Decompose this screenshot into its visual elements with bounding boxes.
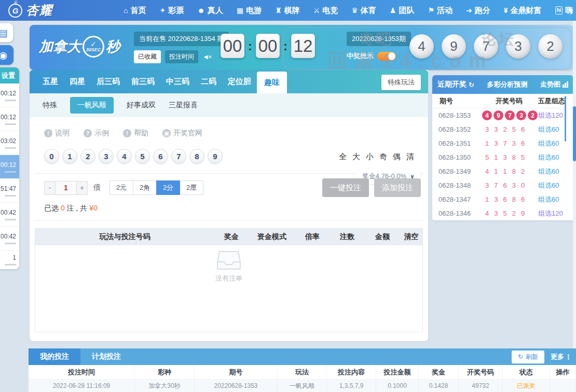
sub-tab-2[interactable]: 一帆风顺 (70, 97, 114, 114)
sub-tab-4[interactable]: 三星报喜 (169, 101, 198, 110)
sidebar-lottery-item[interactable]: 51:47 (0, 179, 19, 203)
multiplier-plus-button[interactable]: + (76, 181, 88, 195)
play-tab-8[interactable]: 趣味 (257, 72, 287, 93)
quick-pick-大[interactable]: 大 (352, 152, 360, 162)
number-ball-7[interactable]: 7 (171, 149, 186, 164)
draw-type-link[interactable]: 组选60 (538, 167, 573, 176)
special-play-button[interactable]: 特殊玩法 (381, 75, 421, 90)
draw-type-link[interactable]: 组选60 (538, 195, 573, 204)
draw-type-link[interactable]: 组选120 (538, 111, 573, 120)
play-tab-1[interactable]: 五星 (37, 70, 64, 93)
sidebar-lottery-item[interactable]: 1 (0, 250, 19, 269)
number-ball-5[interactable]: 5 (135, 149, 150, 164)
draw-numbers: 51385 (480, 153, 538, 161)
draw-type-link[interactable]: 组选60 (538, 125, 573, 134)
bets-tabbar: 我的投注 计划投注 ↻ 刷新 更多 ⋮ (29, 348, 576, 365)
help-link-帮助[interactable]: !帮助 (123, 129, 148, 138)
sidebar-settings-button[interactable]: 设置 (0, 67, 19, 83)
sidebar-lottery-item[interactable]: 00:42 (0, 203, 19, 227)
favorited-button[interactable]: 已收藏 (134, 50, 161, 63)
draw-type-link[interactable]: 组选60 (538, 139, 573, 148)
tab-trend-chart[interactable]: 走势图 (540, 80, 568, 89)
nav-item-lottery[interactable]: ✦彩票 (159, 6, 184, 16)
sidebar-lottery-item[interactable]: 00:12 (0, 83, 19, 107)
refresh-icon[interactable]: ↻ (469, 81, 474, 89)
draw-issue: 0628-1349 (432, 167, 480, 175)
result-ball: 4 (409, 34, 434, 59)
draw-type-link[interactable]: 组选60 (538, 153, 573, 162)
nav-item-egames[interactable]: ▦电游 (237, 6, 262, 16)
nav-item-esports[interactable]: ⚔电竞 (313, 6, 338, 16)
one-key-bet-button[interactable]: 一键投注 (322, 178, 369, 197)
bet-time-button[interactable]: 投注时间 (165, 50, 198, 63)
slip-col-清空[interactable]: 清空 (400, 232, 422, 242)
play-tab-3[interactable]: 后三码 (91, 70, 126, 93)
play-tab-5[interactable]: 中三码 (160, 70, 195, 93)
more-button[interactable]: 更多 ⋮ (551, 352, 572, 361)
sidebar-lottery-item[interactable]: 03:02 (0, 131, 19, 155)
quick-pick-奇[interactable]: 奇 (379, 152, 387, 162)
nav-item-hi[interactable]: hi嗨 (555, 6, 573, 16)
panel-scrollbar[interactable] (565, 96, 566, 142)
multiplier-minus-button[interactable]: - (44, 181, 56, 195)
play-tab-7[interactable]: 定位胆 (222, 70, 257, 93)
nav-item-boardgames[interactable]: ♜棋牌 (275, 6, 300, 16)
draw-type-link[interactable]: 组选120 (538, 209, 573, 218)
lottery-progress-bar (5, 195, 16, 197)
quick-pick-清[interactable]: 清 (406, 152, 414, 162)
sidebar-lottery-item[interactable]: 00:12 (0, 107, 19, 131)
nav-item-sports[interactable]: ♛体育 (351, 6, 376, 16)
unit-button-1[interactable]: 2元 (109, 180, 133, 195)
number-ball-9[interactable]: 9 (208, 149, 223, 164)
nav-item-live-casino[interactable]: ☻真人 (197, 6, 223, 16)
scrollbar-thumb[interactable] (573, 106, 576, 161)
bets-col-操作: 操作 (550, 365, 576, 380)
sub-tab-3[interactable]: 好事成双 (127, 101, 156, 110)
number-ball-3[interactable]: 3 (99, 149, 114, 164)
nav-item-wealth[interactable]: ¥金鼎财富 (504, 6, 542, 16)
tab-recent-draws[interactable]: 近期开奖 ↻ (437, 80, 474, 89)
number-ball-2[interactable]: 2 (80, 149, 95, 164)
unit-button-3[interactable]: 2分 (156, 180, 180, 195)
draw-row: 0628-135349732组选120 (432, 108, 573, 122)
help-link-示例[interactable]: ?示例 (84, 129, 109, 138)
number-ball-6[interactable]: 6 (153, 149, 168, 164)
draw-row: 0628-134941182组选60 (432, 164, 573, 178)
number-ball-1[interactable]: 1 (62, 149, 77, 164)
refresh-button[interactable]: ↻ 刷新 (512, 351, 544, 363)
help-link-开奖官网[interactable]: ▣开奖官网 (162, 129, 202, 138)
win-tip-toggle[interactable] (377, 52, 396, 61)
play-tab-2[interactable]: 四星 (64, 70, 91, 93)
quick-pick-偶[interactable]: 偶 (393, 152, 401, 162)
tab-plan-bets[interactable]: 计划投注 (80, 348, 132, 365)
help-link-说明[interactable]: !说明 (44, 129, 70, 138)
float-icon-bottom[interactable]: ◉ (0, 45, 13, 65)
result-ball: 2 (538, 34, 563, 59)
sidebar-lottery-item[interactable]: 00:42 (0, 227, 19, 250)
play-tab-6[interactable]: 二码 (195, 70, 222, 93)
number-ball-8[interactable]: 8 (189, 149, 204, 164)
draw-type-link[interactable]: 组选60 (538, 181, 573, 190)
tab-my-bets[interactable]: 我的投注 (29, 348, 80, 365)
nav-item-paofen[interactable]: ➔跑分 (466, 6, 490, 16)
page-scrollbar[interactable] (573, 21, 576, 348)
unit-button-4[interactable]: 2厘 (180, 180, 203, 195)
add-bet-button[interactable]: 添加投注 (374, 178, 421, 197)
site-logo[interactable]: ♕G 杏耀 (8, 2, 53, 19)
sidebar-lottery-item[interactable]: 00:12 (0, 155, 19, 179)
number-ball-0[interactable]: 0 (44, 149, 59, 164)
nav-item-team[interactable]: ♟团队 (390, 6, 415, 16)
nav-item-promo[interactable]: ⚑活动 (428, 6, 452, 16)
mute-icon[interactable]: ◄× (202, 53, 211, 61)
sub-tab-1[interactable]: 特殊 (43, 101, 57, 110)
nav-item-home[interactable]: ⌂首页 (124, 6, 146, 16)
quick-pick-全[interactable]: 全 (339, 152, 347, 162)
unit-button-2[interactable]: 2角 (133, 180, 157, 195)
multiplier-value[interactable]: 1 (56, 181, 76, 195)
draw-digit: 1 (494, 167, 498, 175)
float-icon-top[interactable]: ▤ (0, 23, 13, 43)
number-ball-4[interactable]: 4 (117, 149, 132, 164)
tab-analysis-prediction[interactable]: 多彩分析预测 (487, 80, 527, 89)
play-tab-4[interactable]: 前三码 (126, 70, 160, 93)
quick-pick-小[interactable]: 小 (366, 152, 374, 162)
